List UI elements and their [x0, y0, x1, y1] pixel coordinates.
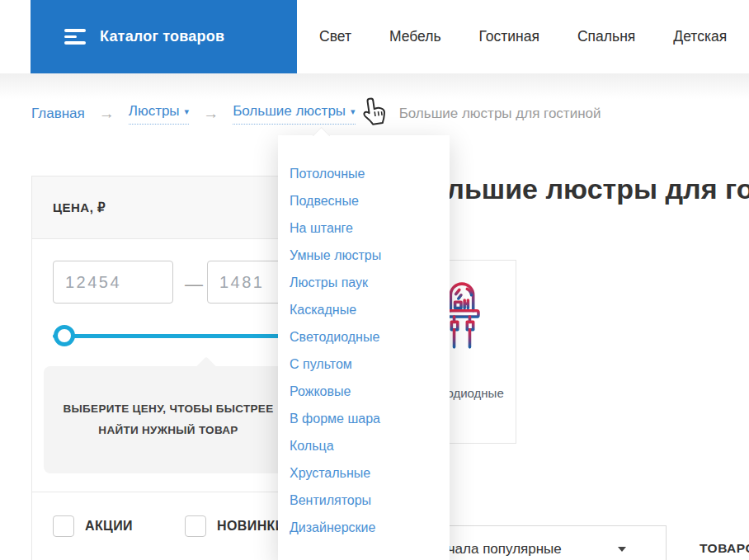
new-items-checkbox[interactable]: [185, 515, 206, 537]
breadcrumb-current-page: Большие люстры для гостиной: [399, 106, 601, 122]
price-slider-handle[interactable]: [54, 325, 75, 346]
nav-item-gostinaya[interactable]: Гостиная: [479, 28, 539, 45]
dropdown-item-potolochnye[interactable]: Потолочные: [278, 160, 450, 187]
dropdown-item-na-shtange[interactable]: На штанге: [278, 214, 450, 242]
price-hint-line1: ВЫБЕРИТЕ ЦЕНУ, ЧТОБЫ БЫСТРЕЕ: [44, 398, 293, 420]
filter-panel: ЦЕНА, ₽ — ВЫБЕРИТЕ ЦЕНУ, ЧТОБЫ БЫСТРЕЕ Н…: [31, 176, 304, 560]
products-count-label: ТОВАРОВ: [700, 541, 749, 556]
price-range-dash: —: [185, 274, 203, 295]
nav-item-svet[interactable]: Свет: [319, 28, 351, 45]
breadcrumb-bolshie-lustry-link[interactable]: Большие люстры ▾: [233, 103, 356, 125]
nav-item-mebel[interactable]: Мебель: [389, 28, 441, 45]
dropdown-item-khrustalnye[interactable]: Хрустальные: [278, 459, 450, 487]
dropdown-item-kaskadnye[interactable]: Каскадные: [278, 296, 450, 323]
header: Каталог товаров Свет Мебель Гостиная Спа…: [0, 0, 749, 73]
promotions-checkbox-label: АКЦИИ: [85, 519, 133, 534]
price-min-input[interactable]: [53, 261, 173, 304]
dropdown-item-umnye-lustry[interactable]: Умные люстры: [278, 242, 450, 269]
category-dropdown-menu: Потолочные Подвесные На штанге Умные люс…: [278, 135, 450, 560]
tooltip-notch: [195, 356, 216, 377]
price-filter-title: ЦЕНА, ₽: [53, 200, 106, 215]
top-navigation: Свет Мебель Гостиная Спальня Детская: [319, 0, 727, 73]
hamburger-icon: [64, 29, 86, 45]
breadcrumb: Главная → Люстры ▾ → Большие люстры ▾ → …: [31, 101, 601, 127]
nav-item-detskaya[interactable]: Детская: [673, 28, 727, 45]
cursor-hand-icon: [361, 96, 389, 129]
new-items-checkbox-label: НОВИНКИ: [217, 519, 285, 534]
price-filter-header: ЦЕНА, ₽: [32, 176, 303, 239]
new-items-checkbox-group[interactable]: НОВИНКИ: [185, 515, 285, 537]
promotions-checkbox[interactable]: [53, 515, 74, 537]
catalog-button[interactable]: Каталог товаров: [31, 0, 297, 73]
breadcrumb-arrow-icon: →: [99, 105, 115, 123]
breadcrumb-home-link[interactable]: Главная: [31, 106, 85, 122]
dropdown-item-ventilyatory[interactable]: Вентиляторы: [278, 487, 450, 514]
filter-checkbox-section: АКЦИИ НОВИНКИ: [32, 492, 303, 560]
chevron-down-icon: ▾: [185, 107, 190, 116]
dropdown-item-v-forme-shara[interactable]: В форме шара: [278, 405, 450, 432]
breadcrumb-arrow-icon: →: [203, 105, 219, 123]
promotions-checkbox-group[interactable]: АКЦИИ: [53, 515, 133, 537]
dropdown-item-koltsa[interactable]: Кольца: [278, 432, 450, 459]
breadcrumb-lustry-label: Люстры: [129, 103, 180, 120]
dropdown-notch: [313, 127, 330, 144]
nav-item-spalnya[interactable]: Спальня: [577, 28, 635, 45]
page-title: Большие люстры для гостиной: [410, 173, 749, 205]
chevron-down-icon: [618, 547, 626, 552]
catalog-button-label: Каталог товаров: [100, 28, 224, 45]
dropdown-item-dizaynerskie[interactable]: Дизайнерские: [278, 514, 450, 541]
dropdown-item-podvesnye[interactable]: Подвесные: [278, 187, 450, 214]
page: Каталог товаров Свет Мебель Гостиная Спа…: [0, 0, 749, 560]
dropdown-item-lustry-pauk[interactable]: Люстры паук: [278, 269, 450, 296]
breadcrumb-lustry-link[interactable]: Люстры ▾: [129, 103, 189, 125]
dropdown-item-svetodiodnye[interactable]: Светодиодные: [278, 323, 450, 351]
price-hint-tooltip: ВЫБЕРИТЕ ЦЕНУ, ЧТОБЫ БЫСТРЕЕ НАЙТИ НУЖНЫ…: [44, 366, 293, 473]
price-slider-track[interactable]: [53, 334, 300, 338]
price-hint-line2: НАЙТИ НУЖНЫЙ ТОВАР: [44, 420, 293, 441]
chevron-down-icon: ▾: [351, 107, 356, 116]
dropdown-item-rozhkovye[interactable]: Рожковые: [278, 378, 450, 405]
breadcrumb-bolshie-lustry-label: Большие люстры: [233, 103, 346, 120]
dropdown-item-s-pultom[interactable]: С пультом: [278, 351, 450, 378]
